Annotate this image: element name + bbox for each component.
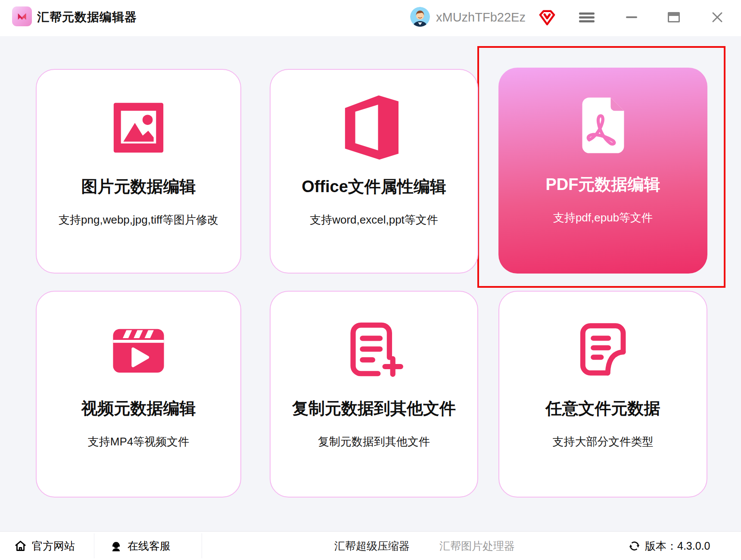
headset-icon bbox=[109, 539, 123, 553]
app-window: 汇帮元数据编辑器 xMUzhTFb22Ez bbox=[0, 0, 741, 560]
copy-metadata-icon bbox=[342, 317, 406, 382]
minimize-button[interactable] bbox=[622, 8, 641, 27]
maximize-button[interactable] bbox=[664, 8, 683, 27]
card-title: 复制元数据到其他文件 bbox=[292, 398, 456, 420]
image-icon bbox=[109, 95, 168, 160]
home-icon bbox=[14, 539, 27, 553]
footer: 官方网站 在线客服 汇帮超级压缩器 汇帮图片处理器 bbox=[0, 531, 741, 560]
card-image-metadata-edit[interactable]: 图片元数据编辑 支持png,webp,jpg,tiff等图片修改 bbox=[36, 69, 241, 274]
card-video-metadata-edit[interactable]: 视频元数据编辑 支持MP4等视频文件 bbox=[36, 291, 241, 498]
card-subtitle: 支持word,excel,ppt等文件 bbox=[310, 212, 438, 227]
office-icon bbox=[344, 95, 404, 160]
card-title: PDF元数据编辑 bbox=[546, 174, 660, 196]
card-title: 视频元数据编辑 bbox=[81, 398, 196, 420]
version-update-button[interactable]: 版本：4.3.0.0 bbox=[628, 532, 710, 560]
card-copy-metadata[interactable]: 复制元数据到其他文件 复制元数据到其他文件 bbox=[270, 291, 478, 498]
version-label: 版本：4.3.0.0 bbox=[645, 539, 710, 553]
card-subtitle: 支持MP4等视频文件 bbox=[88, 434, 189, 449]
card-pdf-metadata-edit[interactable]: PDF元数据编辑 支持pdf,epub等文件 bbox=[498, 68, 707, 274]
card-title: Office文件属性编辑 bbox=[302, 176, 446, 198]
image-processor-link[interactable]: 汇帮图片处理器 bbox=[439, 532, 515, 560]
online-service-link[interactable]: 在线客服 bbox=[109, 532, 171, 560]
card-subtitle: 支持大部分文件类型 bbox=[553, 434, 654, 449]
user-avatar[interactable] bbox=[410, 7, 430, 27]
video-icon bbox=[109, 317, 168, 382]
pdf-icon bbox=[576, 93, 630, 158]
footer-divider bbox=[94, 533, 94, 558]
titlebar: 汇帮元数据编辑器 xMUzhTFb22Ez bbox=[0, 0, 741, 36]
refresh-icon bbox=[628, 540, 641, 552]
official-website-label: 官方网站 bbox=[32, 539, 75, 553]
card-office-properties-edit[interactable]: Office文件属性编辑 支持word,excel,ppt等文件 bbox=[270, 69, 478, 274]
super-compressor-link[interactable]: 汇帮超级压缩器 bbox=[334, 532, 410, 560]
footer-divider bbox=[202, 533, 202, 558]
online-service-label: 在线客服 bbox=[128, 539, 171, 553]
card-subtitle: 支持pdf,epub等文件 bbox=[553, 210, 653, 225]
close-button[interactable] bbox=[708, 8, 727, 27]
card-any-file-metadata[interactable]: 任意文件元数据 支持大部分文件类型 bbox=[498, 291, 707, 498]
hamburger-menu-icon[interactable] bbox=[579, 10, 595, 24]
maximize-icon bbox=[668, 12, 680, 22]
card-subtitle: 复制元数据到其他文件 bbox=[318, 434, 430, 449]
any-file-icon bbox=[572, 317, 635, 382]
card-title: 图片元数据编辑 bbox=[81, 176, 196, 198]
username-label[interactable]: xMUzhTFb22Ez bbox=[436, 0, 526, 34]
card-subtitle: 支持png,webp,jpg,tiff等图片修改 bbox=[59, 212, 218, 227]
official-website-link[interactable]: 官方网站 bbox=[14, 532, 75, 560]
app-logo-icon bbox=[12, 6, 32, 26]
card-title: 任意文件元数据 bbox=[546, 398, 660, 420]
app-title: 汇帮元数据编辑器 bbox=[37, 0, 137, 34]
vip-badge-icon[interactable] bbox=[538, 8, 557, 27]
